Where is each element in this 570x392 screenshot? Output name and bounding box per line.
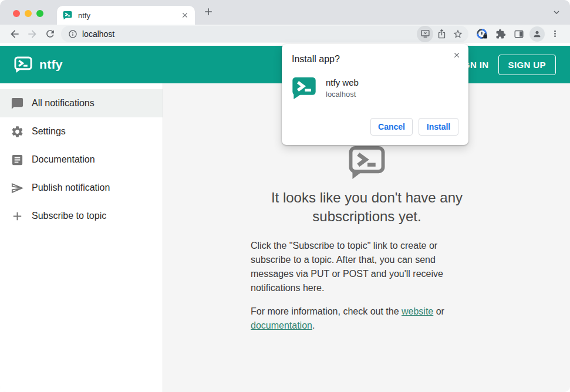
- paragraph-text: For more information, check out the: [251, 306, 402, 316]
- sidebar-item-label: Settings: [32, 126, 66, 137]
- sidebar-item-all-notifications[interactable]: All notifications: [0, 89, 163, 117]
- password-manager-extension-icon[interactable]: [473, 26, 491, 42]
- dialog-close-icon[interactable]: [453, 51, 461, 59]
- dialog-app-origin: localhost: [326, 90, 359, 99]
- dialog-title: Install app?: [292, 54, 458, 65]
- browser-menu-kebab-icon[interactable]: [546, 26, 564, 42]
- website-link[interactable]: website: [402, 306, 433, 316]
- sidebar-item-settings[interactable]: Settings: [0, 117, 163, 146]
- ntfy-logo-large-icon: [348, 146, 386, 180]
- tab-title: ntfy: [78, 11, 181, 20]
- browser-window: ntfy localhost: [0, 0, 570, 392]
- url-text[interactable]: localhost: [82, 29, 417, 39]
- dialog-app-name: ntfy web: [326, 77, 359, 87]
- paragraph-text: or: [433, 306, 444, 316]
- back-icon[interactable]: [6, 26, 23, 42]
- tab-close-icon[interactable]: [181, 11, 189, 19]
- cancel-button[interactable]: Cancel: [370, 118, 413, 136]
- sidebar-item-subscribe-to-topic[interactable]: Subscribe to topic: [0, 202, 163, 230]
- gear-icon: [11, 125, 24, 138]
- browser-tab-ntfy[interactable]: ntfy: [57, 6, 195, 25]
- empty-state-heading: It looks like you don't have any subscri…: [251, 188, 483, 226]
- bookmark-star-icon[interactable]: [450, 26, 466, 42]
- site-info-icon[interactable]: [68, 29, 77, 39]
- sidebar-nav: All notifications Settings Documentation…: [0, 83, 163, 392]
- sidebar-item-documentation[interactable]: Documentation: [0, 146, 163, 174]
- documentation-link[interactable]: documentation: [251, 320, 312, 330]
- forward-icon: [23, 26, 41, 42]
- ntfy-favicon-icon: [63, 11, 72, 20]
- reload-icon[interactable]: [41, 26, 59, 42]
- empty-state-paragraph: Click the "Subscribe to topic" link to c…: [251, 239, 455, 295]
- sidebar-item-publish-notification[interactable]: Publish notification: [0, 174, 163, 202]
- sign-up-button[interactable]: SIGN UP: [498, 55, 556, 75]
- sidebar-item-label: Documentation: [32, 154, 95, 165]
- window-controls: [13, 10, 43, 17]
- zoom-window-button[interactable]: [36, 10, 43, 17]
- ntfy-app-icon: [292, 76, 316, 100]
- paragraph-text: .: [312, 320, 315, 330]
- sidebar-item-label: All notifications: [32, 98, 95, 109]
- address-bar[interactable]: localhost: [61, 26, 468, 42]
- dialog-app-row: ntfy web localhost: [292, 76, 458, 100]
- extensions-puzzle-icon[interactable]: [491, 26, 510, 42]
- app-brand-title: ntfy: [39, 58, 63, 72]
- dialog-actions: Cancel Install: [370, 118, 458, 136]
- browser-toolbar: localhost: [0, 25, 570, 46]
- extension-icons: [473, 26, 564, 42]
- ntfy-logo-icon: [14, 56, 32, 73]
- document-icon: [11, 153, 24, 167]
- sidebar-item-label: Subscribe to topic: [32, 211, 106, 221]
- tab-strip: ntfy: [0, 0, 570, 25]
- empty-state-paragraph-links: For more information, check out the webs…: [251, 305, 455, 333]
- chat-bubble-icon: [11, 97, 24, 110]
- side-panel-icon[interactable]: [510, 26, 528, 42]
- install-app-dialog: Install app? ntfy web localhost Cancel I…: [282, 44, 468, 145]
- new-tab-button[interactable]: [203, 6, 214, 18]
- minimize-window-button[interactable]: [25, 10, 32, 17]
- plus-icon: [11, 209, 24, 223]
- send-icon: [11, 181, 24, 195]
- install-button[interactable]: Install: [419, 118, 458, 136]
- tab-search-chevron-icon[interactable]: [551, 7, 562, 18]
- close-window-button[interactable]: [13, 10, 20, 17]
- share-icon[interactable]: [433, 26, 450, 42]
- install-app-icon[interactable]: [417, 26, 433, 42]
- profile-avatar[interactable]: [528, 26, 546, 42]
- sidebar-item-label: Publish notification: [32, 183, 110, 193]
